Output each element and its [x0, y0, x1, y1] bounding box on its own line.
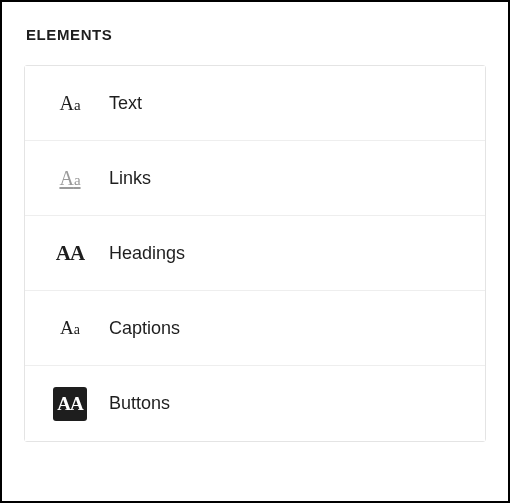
element-label: Links: [109, 168, 151, 189]
element-label: Captions: [109, 318, 180, 339]
captions-aa-icon: Aa: [53, 311, 87, 345]
text-aa-icon: Aa: [53, 86, 87, 120]
headings-aa-icon: AA: [53, 236, 87, 270]
element-label: Headings: [109, 243, 185, 264]
element-row-text[interactable]: Aa Text: [25, 66, 485, 141]
elements-panel: Aa Text Aa Links AA Headings Aa Captions…: [24, 65, 486, 442]
buttons-aa-icon: AA: [53, 387, 87, 421]
links-aa-icon: Aa: [53, 161, 87, 195]
element-label: Text: [109, 93, 142, 114]
element-row-buttons[interactable]: AA Buttons: [25, 366, 485, 441]
element-row-captions[interactable]: Aa Captions: [25, 291, 485, 366]
element-row-links[interactable]: Aa Links: [25, 141, 485, 216]
section-title: ELEMENTS: [26, 26, 486, 43]
element-row-headings[interactable]: AA Headings: [25, 216, 485, 291]
element-label: Buttons: [109, 393, 170, 414]
